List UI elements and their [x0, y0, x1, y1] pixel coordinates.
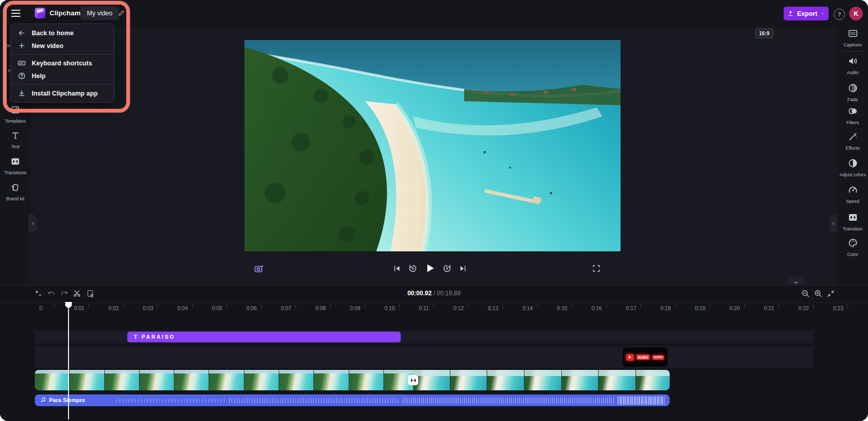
- help-icon[interactable]: ?: [834, 9, 845, 20]
- panel-item-captions[interactable]: CCCaptions: [837, 29, 868, 48]
- zoom-in-icon[interactable]: [814, 289, 823, 298]
- playhead-line[interactable]: [68, 309, 69, 419]
- ruler-tick: [606, 305, 607, 308]
- sidebar-item-brand-kit[interactable]: Brand kit: [0, 183, 31, 201]
- ruler-tick: [468, 305, 469, 308]
- color-icon: [848, 238, 858, 248]
- ruler-tick: [710, 305, 710, 308]
- video-thumbnail: [450, 370, 488, 390]
- forward-5-icon[interactable]: 5: [442, 264, 452, 273]
- edit-title-icon[interactable]: [118, 9, 125, 17]
- timeline-ruler[interactable]: 00:010:020:030:040:050:060:070:080:090:1…: [0, 303, 868, 314]
- panel-item-fade[interactable]: Fade: [837, 83, 868, 102]
- menu-item-back-to-home[interactable]: Back to home: [11, 27, 114, 39]
- video-thumbnail: [413, 370, 450, 390]
- ruler-tick: [433, 305, 434, 308]
- aspect-ratio-badge[interactable]: 16:9: [755, 29, 773, 38]
- video-thumbnail: [174, 370, 209, 390]
- subscribe-sticker-clip[interactable]: SUBS SUBS: [623, 347, 668, 367]
- video-clip-2[interactable]: [413, 370, 670, 390]
- sticker-track-lane[interactable]: [35, 346, 814, 368]
- hamburger-menu-icon[interactable]: [11, 8, 20, 18]
- panel-item-color[interactable]: Color: [837, 238, 868, 257]
- text-clip-label: PARAISO: [142, 334, 175, 340]
- video-thumbnail: [209, 370, 244, 390]
- video-thumbnail: [70, 370, 104, 390]
- fullscreen-icon[interactable]: [592, 264, 601, 273]
- text-clip[interactable]: T PARAISO: [127, 332, 401, 342]
- play-icon[interactable]: [424, 263, 436, 274]
- ruler-tick: [502, 305, 503, 308]
- ruler-tick: [157, 305, 158, 308]
- panel-item-transition[interactable]: Transition: [837, 213, 868, 231]
- menu-item-install-clipchamp-app[interactable]: Install Clipchamp app: [11, 87, 114, 100]
- video-preview[interactable]: [244, 40, 621, 251]
- rewind-5-icon[interactable]: 5: [408, 264, 418, 273]
- panel-item-speed[interactable]: Speed: [837, 185, 868, 204]
- avatar[interactable]: K: [849, 7, 863, 20]
- subs-tag: SUBS: [652, 355, 664, 360]
- audio-clip[interactable]: Para Siempre: [35, 394, 670, 406]
- audio-waveform: [618, 396, 665, 405]
- text-tool-icon: T: [133, 333, 138, 341]
- ruler-label: 0:03: [143, 305, 153, 311]
- panel-item-effects[interactable]: Effects: [837, 132, 868, 151]
- expand-right-panel-button[interactable]: ‹: [829, 215, 837, 232]
- audio-clip-label: Para Siempre: [49, 397, 85, 403]
- project-title-chip[interactable]: My video: [80, 7, 119, 20]
- time-separator: /: [431, 290, 437, 297]
- collapse-timeline-button[interactable]: ⌄: [787, 276, 805, 285]
- panel-item-label: Captions: [837, 42, 868, 48]
- ruler-label: 0: [39, 305, 42, 311]
- effects-icon: [848, 132, 858, 142]
- video-thumbnail: [349, 370, 384, 390]
- export-upload-icon: [787, 10, 794, 17]
- ruler-label: 0:07: [281, 305, 291, 311]
- ruler-label: 0:15: [557, 305, 567, 311]
- skip-end-icon[interactable]: [459, 264, 467, 273]
- playhead-handle[interactable]: [64, 301, 73, 310]
- ruler-tick: [192, 305, 193, 308]
- sidebar-item-label: Brand kit: [0, 196, 31, 201]
- templates-icon: [11, 105, 20, 114]
- ruler-label: 0:20: [729, 305, 740, 311]
- snapshot-icon[interactable]: [254, 264, 265, 274]
- sidebar-item-templates[interactable]: Templates: [0, 105, 31, 124]
- clipchamp-app: Clipchamp My video Export ? K Your media…: [0, 0, 868, 421]
- skip-start-icon[interactable]: [393, 264, 401, 273]
- ruler-tick: [399, 305, 400, 308]
- expand-left-panel-button[interactable]: ›: [29, 215, 37, 232]
- total-time: 00:19.89: [437, 290, 461, 297]
- panel-item-adjust-colors[interactable]: Adjust colors: [837, 158, 868, 177]
- panel-item-label: Adjust colors: [837, 172, 868, 177]
- clip-transition-icon[interactable]: [408, 375, 418, 385]
- menu-divider: [11, 84, 114, 85]
- ruler-label: 0:21: [764, 305, 774, 311]
- current-time: 00:00.92: [407, 290, 431, 297]
- ruler-label: 0:02: [108, 305, 119, 311]
- ruler-label: 0:16: [591, 305, 602, 311]
- panel-item-audio[interactable]: Audio: [837, 56, 868, 75]
- export-button[interactable]: Export: [784, 7, 829, 20]
- video-clip-1[interactable]: [35, 370, 413, 390]
- sidebar-item-text[interactable]: Text: [0, 131, 31, 149]
- sidebar-item-transitions[interactable]: Transitions: [0, 157, 31, 175]
- panel-item-label: Fade: [837, 97, 868, 102]
- ruler-label: 0:23: [833, 305, 843, 311]
- ruler-tick: [641, 305, 641, 308]
- audio-icon: [848, 56, 858, 66]
- transition-icon: [848, 213, 858, 222]
- ruler-label: 0:18: [660, 305, 671, 311]
- adjust-colors-icon: [848, 158, 858, 168]
- menu-item-keyboard-shortcuts[interactable]: Keyboard shortcuts: [11, 57, 114, 69]
- hamburger-dropdown-menu: Back to homeNew videoKeyboard shortcutsH…: [10, 24, 115, 103]
- panel-item-label: Color: [837, 252, 868, 257]
- menu-item-help[interactable]: Help: [11, 69, 114, 82]
- zoom-out-icon[interactable]: [801, 289, 810, 298]
- menu-item-new-video[interactable]: New video: [11, 39, 114, 52]
- video-thumbnail: [279, 370, 314, 390]
- zoom-fit-icon[interactable]: [827, 289, 835, 298]
- ruler-label: 0:12: [453, 305, 464, 311]
- panel-item-filters[interactable]: Filters: [837, 106, 868, 125]
- sidebar-divider: [842, 51, 863, 52]
